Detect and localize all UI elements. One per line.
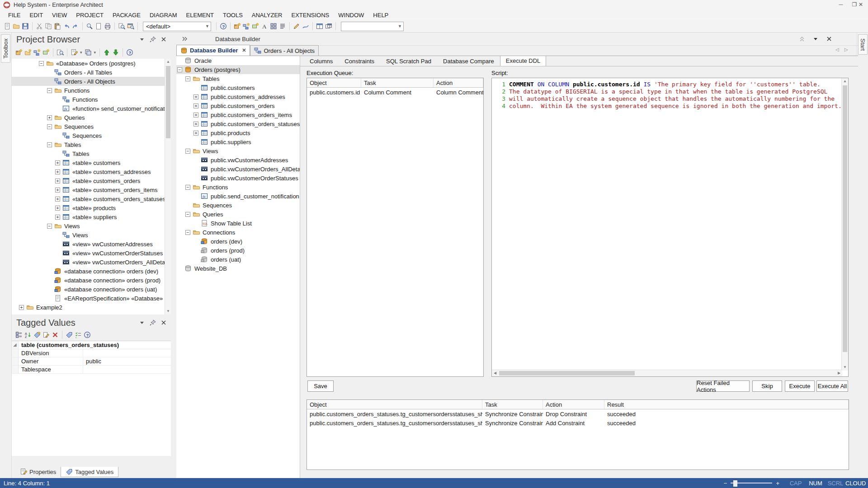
new-folder-button[interactable]: [24, 49, 32, 56]
search-project-button[interactable]: [118, 23, 125, 30]
expander-icon[interactable]: −: [47, 142, 52, 147]
find-in-browser-button[interactable]: [57, 49, 64, 56]
menu-package[interactable]: PACKAGE: [108, 10, 145, 20]
tree-item-tables[interactable]: −Tables: [12, 140, 171, 149]
check-list-button[interactable]: [75, 331, 82, 338]
collapse-chevrons-icon[interactable]: [798, 35, 806, 42]
zoom-in-button[interactable]: +: [776, 480, 779, 487]
line-style-button[interactable]: [302, 23, 309, 30]
tree-item-public-customers-orders-statuses[interactable]: +public.customers_orders_statuses: [176, 119, 300, 128]
new-tag-button[interactable]: [33, 331, 41, 338]
minimize-button[interactable]: ─: [835, 0, 847, 9]
help-button[interactable]: ?: [84, 331, 91, 338]
window-cascade-button[interactable]: [325, 23, 332, 30]
close-icon[interactable]: [160, 36, 167, 43]
expander-icon[interactable]: −: [185, 185, 190, 190]
tree-item-website-db[interactable]: Website_DB: [176, 264, 300, 273]
expander-icon[interactable]: −: [47, 124, 52, 129]
tree-item-table-customers-orders[interactable]: +«table» customers_orders: [12, 176, 171, 185]
tree-item-queries[interactable]: −Queries: [176, 210, 300, 219]
paste-button[interactable]: [54, 23, 61, 30]
close-icon[interactable]: ✕: [242, 47, 246, 53]
expander-icon[interactable]: −: [185, 230, 190, 235]
tree-item-database-connection-orders-dev[interactable]: «database connection» orders (dev): [12, 267, 171, 276]
chevron-down-icon[interactable]: ▾: [80, 50, 82, 55]
tree-item-public-vwcustomeraddresses[interactable]: public.vwCustomerAddresses: [176, 155, 300, 164]
expander-icon[interactable]: −: [47, 88, 52, 93]
new-diagram-button[interactable]: [243, 23, 250, 30]
pin-icon[interactable]: [149, 319, 156, 326]
tree-item-table-customers-orders-items[interactable]: +«table» customers_orders_items: [12, 185, 171, 194]
expander-icon[interactable]: −: [177, 67, 182, 72]
panel-splitter[interactable]: [171, 33, 176, 478]
tree-item-public-products[interactable]: +public.products: [176, 128, 300, 137]
dropdown-triangle-icon[interactable]: [812, 35, 819, 42]
scroll-up-icon[interactable]: ▲: [165, 59, 171, 65]
tree-item-public-vwcustomerorderstatuses[interactable]: public.vwCustomerOrderStatuses: [176, 174, 300, 183]
tree-item-views[interactable]: −Views: [12, 221, 171, 230]
tree-item-table-customers-addresses[interactable]: +«table» customers_addresses: [12, 167, 171, 176]
tab-database-builder[interactable]: Database Builder✕: [176, 45, 250, 56]
tree-item-sequences[interactable]: −Sequences: [12, 122, 171, 131]
chevron-down-icon[interactable]: ▾: [94, 50, 96, 55]
column-header-action[interactable]: Action: [434, 78, 483, 87]
find-button[interactable]: [86, 23, 93, 30]
execute-all-button[interactable]: Execute All: [816, 380, 848, 392]
toolbox-tab[interactable]: Toolbox: [1, 34, 10, 63]
shutter-icon[interactable]: [181, 35, 188, 42]
scroll-up-icon[interactable]: ▲: [842, 78, 848, 84]
tree-item-public-customers-addresses[interactable]: +public.customers_addresses: [176, 92, 300, 101]
tree-item-orders-dev[interactable]: orders (dev): [176, 237, 300, 246]
tree-item-database-connection-orders-uat[interactable]: «database connection» orders (uat): [12, 285, 171, 294]
tree-item-functions[interactable]: −Functions: [12, 86, 171, 95]
expander-icon[interactable]: +: [55, 160, 60, 165]
scrollbar-thumb[interactable]: [166, 66, 170, 138]
tab-tagged-values[interactable]: Tagged Values: [61, 467, 118, 477]
redo-button[interactable]: [72, 23, 79, 30]
tagged-value-row[interactable]: Ownerpublic: [12, 357, 171, 366]
new-package-button[interactable]: [234, 23, 241, 30]
tree-item-orders-uat[interactable]: orders (uat): [176, 255, 300, 264]
expand-triangle-icon[interactable]: ◢: [12, 341, 19, 349]
scroll-left-icon[interactable]: ◀: [492, 370, 498, 376]
scroll-down-icon[interactable]: ▼: [842, 364, 848, 371]
tree-item-sequences[interactable]: Sequences: [176, 201, 300, 210]
expander-icon[interactable]: +: [193, 131, 198, 136]
tree-item-public-customers[interactable]: public.customers: [176, 83, 300, 92]
tree-item-function-send-customer-notification[interactable]: fx«function» send_customer_notification: [12, 104, 171, 113]
toolbar-search-combo[interactable]: ▼: [341, 22, 404, 31]
subtab-columns[interactable]: Columns: [304, 56, 339, 66]
scroll-right-icon[interactable]: ▶: [836, 370, 842, 376]
menu-project[interactable]: PROJECT: [71, 10, 108, 20]
script-editor[interactable]: 1COMMENT ON COLUMN public.customers.id I…: [491, 78, 849, 377]
tagged-value-row[interactable]: DBVersion: [12, 349, 171, 357]
menu-analyzer[interactable]: ANALYZER: [247, 10, 287, 20]
expander-icon[interactable]: +: [47, 115, 52, 120]
pen-button[interactable]: [293, 23, 300, 30]
tab-orders-all-objects[interactable]: Orders - All Objects: [250, 45, 319, 56]
expander-icon[interactable]: −: [185, 212, 190, 217]
table-row[interactable]: public.customers.idColumn CommentColumn …: [307, 88, 483, 97]
chevron-down-icon[interactable]: [138, 36, 146, 43]
list-view-button[interactable]: [15, 331, 23, 338]
tree-item-tables[interactable]: −Tables: [176, 74, 300, 83]
expander-icon[interactable]: −: [185, 149, 190, 154]
window-tile-button[interactable]: [316, 23, 323, 30]
tree-item-table-customers[interactable]: +«table» customers: [12, 158, 171, 167]
new-element-button[interactable]: [252, 23, 259, 30]
subtab-sql-scratch-pad[interactable]: SQL Scratch Pad: [380, 56, 437, 66]
scrollbar-thumb[interactable]: [843, 85, 847, 352]
tree-item-orders-prod[interactable]: orders (prod): [176, 246, 300, 255]
undo-button[interactable]: [63, 23, 70, 30]
new-package-button[interactable]: [15, 49, 23, 56]
expander-icon[interactable]: +: [55, 215, 60, 220]
open-button[interactable]: [13, 23, 20, 30]
close-icon[interactable]: [160, 319, 167, 326]
print-button[interactable]: [104, 23, 111, 30]
tree-item-show-table-list[interactable]: SQLShow Table List: [176, 219, 300, 228]
help-button[interactable]: ?: [220, 23, 227, 30]
tab-scroll-left-icon[interactable]: ◁: [835, 47, 839, 52]
table-row[interactable]: public.customers_orders_statuses.tg_cust…: [307, 409, 849, 418]
tree-item-database-orders-postgres[interactable]: −«Database» Orders (postgres): [12, 59, 171, 68]
expander-icon[interactable]: +: [19, 305, 24, 310]
